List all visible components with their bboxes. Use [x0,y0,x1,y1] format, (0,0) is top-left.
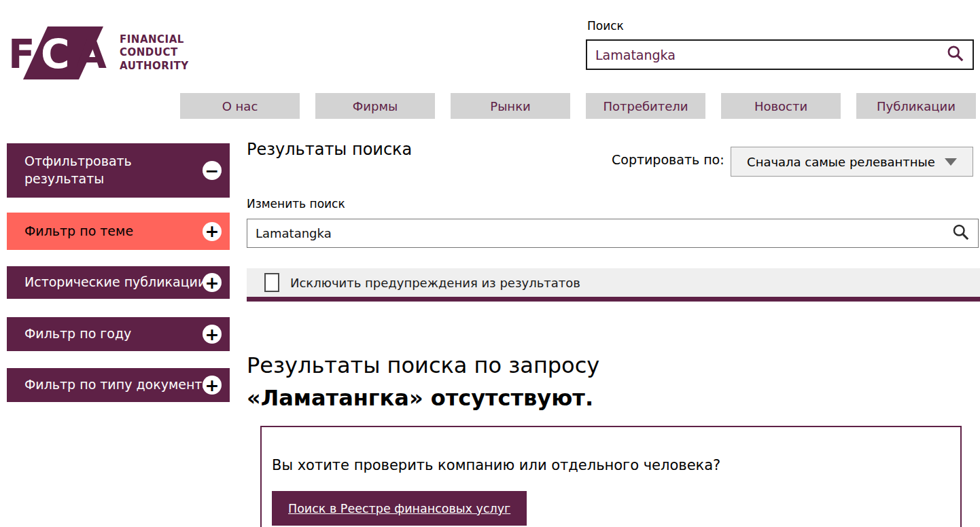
nav-item-markets[interactable]: Рынки [451,93,570,119]
sidebar-filter-topic-label: Фильтр по теме [24,223,133,240]
nav-item-news[interactable]: Новости [721,93,841,119]
nav-item-publications[interactable]: Публикации [856,93,976,119]
sidebar-filter-doc-type-label: Фильтр по типу документа [24,376,210,394]
main-nav: О нас Фирмы Рынки Потребители Новости Пу… [180,93,976,119]
sidebar-historic-publications[interactable]: Исторические публикации + [7,266,230,299]
register-question: Вы хотите проверить компанию или отдельн… [272,457,960,473]
sidebar-filter-year[interactable]: Фильтр по году + [7,317,230,351]
fca-logo[interactable]: F C A FINANCIAL CONDUCT AUTHORITY [8,26,239,80]
register-suggestion-box: Вы хотите проверить компанию или отдельн… [260,426,962,527]
chevron-down-icon [945,158,957,166]
exclude-warnings-checkbox[interactable] [264,273,279,292]
no-results-query: «Ламатангка» отсутствуют. [247,385,593,411]
refine-search-box [247,219,979,248]
no-results-prefix: Результаты поиска по запросу [247,352,599,378]
top-search-label: Поиск [587,19,624,33]
sidebar-filter-topic[interactable]: Фильтр по теме + [7,213,230,250]
fca-logo-tagline: FINANCIAL CONDUCT AUTHORITY [120,33,189,73]
nav-item-consumers[interactable]: Потребители [586,93,705,119]
svg-text:C: C [41,31,70,77]
exclude-warnings-label: Исключить предупреждения из результатов [290,276,580,290]
search-register-button[interactable]: Поиск в Реестре финансовых услуг [272,491,527,526]
refine-search-input[interactable] [256,226,951,240]
sort-by-selected-value: Сначала самые релевантные [747,155,935,169]
plus-circle-icon[interactable]: + [203,273,222,292]
exclude-warnings-bar: Исключить предупреждения из результатов [247,268,980,297]
sidebar-filter-results[interactable]: Отфильтровать результаты − [7,143,230,198]
fca-logo-icon: F C A [8,26,111,79]
sidebar-filter-results-label: Отфильтровать результаты [24,153,197,187]
plus-circle-icon[interactable]: + [203,376,222,395]
search-icon[interactable] [946,44,964,65]
nav-item-firms[interactable]: Фирмы [315,93,435,119]
page-title: Результаты поиска [247,140,412,159]
no-results-heading: Результаты поиска по запросу «Ламатангка… [247,349,777,414]
sidebar-filter-year-label: Фильтр по году [24,325,131,343]
sidebar-historic-publications-label: Исторические публикации [24,274,206,291]
plus-circle-icon[interactable]: + [203,222,222,241]
sort-by-dropdown[interactable]: Сначала самые релевантные [731,147,973,177]
search-icon[interactable] [951,223,970,244]
svg-text:A: A [76,31,107,77]
nav-item-about[interactable]: О нас [180,93,300,119]
sidebar-filter-doc-type[interactable]: Фильтр по типу документа + [7,368,230,402]
sort-by-label: Сортировать по: [612,152,724,167]
minus-circle-icon[interactable]: − [203,161,222,180]
top-search-input[interactable] [595,48,946,62]
plus-circle-icon[interactable]: + [203,325,222,344]
svg-text:F: F [8,31,35,77]
divider [247,297,980,302]
top-search-box [586,39,974,70]
refine-search-label: Изменить поиск [247,197,345,211]
